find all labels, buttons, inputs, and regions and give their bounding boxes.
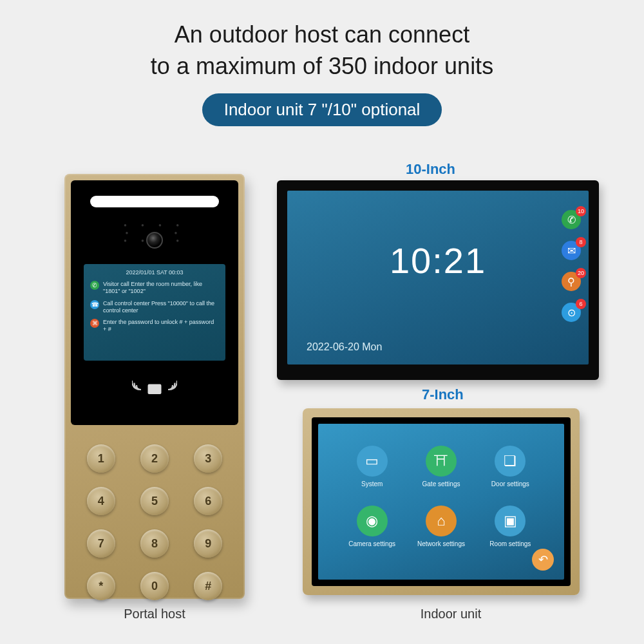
- app-grid: ▭ System ⛩ Gate settings ❏ Door settings…: [344, 446, 538, 547]
- indoor-unit-7-inch: ▭ System ⛩ Gate settings ❏ Door settings…: [303, 408, 580, 595]
- app-camera-settings[interactable]: ◉ Camera settings: [344, 506, 400, 547]
- badge-count: 20: [576, 268, 586, 278]
- portal-hint-password: Enter the password to unlock # + passwor…: [103, 319, 219, 334]
- headline: An outdoor host can connect to a maximum…: [0, 19, 644, 82]
- keypad-key[interactable]: 3: [194, 444, 222, 473]
- phone-icon[interactable]: ✆10: [562, 210, 581, 229]
- label-7-inch: 7-Inch: [422, 386, 464, 403]
- keypad-key[interactable]: 7: [87, 529, 115, 558]
- date-display: 2022-06-20 Mon: [307, 341, 382, 353]
- indoor-unit-10-inch: 10:21 2022-06-20 Mon ✆10 ✉8 ⚲20 ⊙6: [277, 180, 599, 380]
- camera-icon[interactable]: ⊙6: [562, 303, 581, 322]
- keypad-key[interactable]: 5: [140, 487, 169, 515]
- keypad-key[interactable]: 1: [87, 444, 115, 473]
- badge-count: 8: [576, 237, 586, 247]
- app-network-settings[interactable]: ⌂ Network settings: [413, 506, 469, 547]
- caption-portal-host: Portal host: [64, 607, 245, 621]
- badge-count: 10: [576, 206, 586, 216]
- camera-lens-icon: [146, 232, 163, 249]
- app-label: System: [361, 480, 383, 488]
- clock-display: 10:21: [390, 240, 486, 281]
- camera-settings-icon: ◉: [357, 506, 388, 536]
- unit10-screen[interactable]: 10:21 2022-06-20 Mon ✆10 ✉8 ⚲20 ⊙6: [287, 191, 589, 365]
- network-settings-icon: ⌂: [426, 506, 457, 536]
- keypad-key[interactable]: 9: [194, 529, 222, 558]
- notification-icon-column: ✆10 ✉8 ⚲20 ⊙6: [562, 210, 581, 322]
- unit7-bezel: ▭ System ⛩ Gate settings ❏ Door settings…: [312, 417, 571, 586]
- caption-indoor-unit: Indoor unit: [322, 607, 580, 621]
- person-icon[interactable]: ⚲20: [562, 272, 581, 291]
- back-button[interactable]: ↶: [532, 549, 554, 571]
- gate-settings-icon: ⛩: [426, 446, 457, 477]
- portal-screen-datetime: 2022/01/01 SAT 00:03: [90, 269, 219, 276]
- portal-display: 2022/01/01 SAT 00:03 ✆ Visitor call Ente…: [84, 264, 225, 361]
- app-label: Room settings: [489, 540, 531, 547]
- headline-line1: An outdoor host can connect: [175, 21, 469, 48]
- svg-rect-0: [148, 384, 162, 394]
- app-label: Network settings: [417, 540, 465, 547]
- app-label: Door settings: [491, 480, 529, 488]
- keypad-key[interactable]: 8: [140, 529, 169, 558]
- unit7-screen[interactable]: ▭ System ⛩ Gate settings ❏ Door settings…: [318, 424, 564, 580]
- portal-hint-center: Call control center Press "10000" to cal…: [103, 300, 219, 315]
- keypad-key[interactable]: *: [87, 572, 115, 600]
- room-settings-icon: ▣: [495, 506, 526, 536]
- headset-icon: ☎: [90, 300, 99, 309]
- subtitle-pill: Indoor unit 7 "/10" optional: [202, 93, 442, 126]
- app-label: Gate settings: [422, 480, 460, 488]
- keypad-key[interactable]: 6: [194, 487, 222, 515]
- badge-count: 6: [576, 299, 586, 309]
- app-door-settings[interactable]: ❏ Door settings: [482, 446, 538, 488]
- phone-icon: ✆: [90, 281, 99, 290]
- keypad-key[interactable]: #: [194, 572, 222, 600]
- keypad-key[interactable]: 2: [140, 444, 169, 473]
- back-arrow-icon: ↶: [538, 553, 548, 567]
- app-label: Camera settings: [348, 540, 395, 547]
- label-10-inch: 10-Inch: [406, 161, 455, 178]
- portal-top-panel: ● ● ● ● ● ● ● ● ● ● 2022/01/01 SAT 00:03…: [71, 180, 238, 425]
- lock-icon: ⌘: [90, 319, 99, 328]
- app-room-settings[interactable]: ▣ Room settings: [482, 506, 538, 547]
- door-settings-icon: ❏: [495, 446, 526, 477]
- system-icon: ▭: [357, 446, 388, 477]
- rfid-icon: [71, 374, 238, 408]
- app-system[interactable]: ▭ System: [344, 446, 400, 488]
- portal-keypad: 1 2 3 4 5 6 7 8 9 * 0 #: [84, 444, 225, 600]
- message-icon[interactable]: ✉8: [562, 241, 581, 260]
- headline-line2: to a maximum of 350 indoor units: [151, 53, 493, 79]
- keypad-key[interactable]: 0: [140, 572, 169, 600]
- portal-host-device: ● ● ● ● ● ● ● ● ● ● 2022/01/01 SAT 00:03…: [64, 174, 245, 599]
- app-gate-settings[interactable]: ⛩ Gate settings: [413, 446, 469, 488]
- keypad-key[interactable]: 4: [87, 487, 115, 515]
- portal-light-bar: [90, 196, 219, 207]
- portal-hint-visitor: Visitor call Enter the room number, like…: [103, 281, 219, 296]
